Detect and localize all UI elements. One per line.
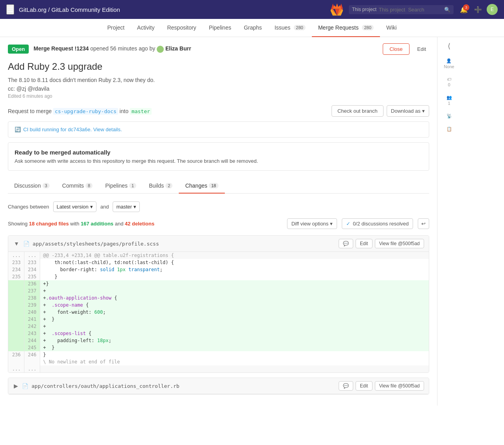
line-num-new: 239: [24, 302, 40, 309]
sidebar-copy[interactable]: 📋: [447, 127, 452, 132]
table-row: 236 +}: [8, 280, 429, 287]
hamburger-button[interactable]: ☰: [6, 4, 14, 15]
search-box[interactable]: This project 🔍: [349, 5, 454, 14]
labels-count: 0: [448, 82, 450, 87]
line-code: +: [40, 287, 429, 294]
view-file-button[interactable]: View file @500f5ad: [375, 239, 424, 248]
edit-file-button-2[interactable]: Edit: [356, 381, 372, 391]
close-button[interactable]: Close: [383, 43, 409, 55]
source-branch: cs-upgrade-ruby-docs: [53, 108, 118, 115]
ci-icon: 🔄: [15, 127, 21, 132]
participants-count: 1: [448, 101, 450, 106]
table-row: 245 + }: [8, 344, 429, 351]
tab-commits[interactable]: Commits 8: [56, 179, 99, 194]
line-num-old: [8, 337, 24, 344]
discussions-resolved-button[interactable]: ✓ 0/2 discussions resolved: [342, 218, 413, 229]
line-num-old: [8, 344, 24, 351]
table-row: 243 + .scopes-list {: [8, 330, 429, 337]
edit-file-button[interactable]: Edit: [356, 239, 372, 248]
filter-label: Changes between: [8, 204, 49, 210]
file-header-1: ▼ 📄 app/assets/stylesheets/pages/profile…: [8, 236, 429, 252]
nav-merge-requests[interactable]: Merge Requests 280: [312, 19, 380, 37]
line-num-old: [8, 358, 24, 365]
table-row: 239 + .scope-name {: [8, 302, 429, 309]
notifications-button[interactable]: 🔔 3: [458, 4, 469, 15]
line-num-old: ...: [8, 365, 24, 372]
nav-wiki[interactable]: Wiki: [380, 19, 403, 37]
tab-builds[interactable]: Builds 2: [143, 179, 179, 194]
sidebar-assignee[interactable]: 👤 None: [444, 58, 454, 69]
expand-button[interactable]: ↩: [418, 218, 429, 229]
version-label: Latest version: [57, 204, 89, 210]
tab-discussion[interactable]: Discussion 3: [8, 179, 56, 194]
tab-pipelines[interactable]: Pipelines 1: [99, 179, 143, 194]
table-row: 242 +: [8, 323, 429, 330]
nav-activity[interactable]: Activity: [131, 19, 161, 37]
collapse-file-button-2[interactable]: ▶: [13, 382, 19, 390]
nav-graphs[interactable]: Graphs: [237, 19, 268, 37]
line-num-old: [8, 316, 24, 323]
line-num-new: 238: [24, 294, 40, 302]
sidebar-labels[interactable]: 🏷 0: [447, 77, 451, 87]
line-num-old: [8, 302, 24, 309]
line-code: + font-weight: 600;: [40, 309, 429, 316]
collapse-file-button[interactable]: ▼: [13, 240, 20, 248]
nav-issues[interactable]: Issues 280: [268, 19, 312, 37]
line-code: + }: [40, 344, 429, 351]
nav-project[interactable]: Project: [101, 19, 131, 37]
table-row: ... ... @@ -233,4 +233,14 @@ table.u2f-r…: [8, 252, 429, 259]
mr-author: Eliza Burr: [157, 45, 191, 52]
stats-line: Showing 18 changed files with 167 additi…: [8, 218, 429, 229]
file-path-2: 📄 app/controllers/oauth/applications_con…: [22, 383, 335, 389]
avatar[interactable]: E: [487, 4, 498, 15]
comment-file-button-2[interactable]: 💬: [339, 381, 353, 391]
line-code: [40, 365, 429, 372]
sidebar-collapse[interactable]: ⟨: [448, 42, 450, 50]
table-row: 233 233 th:not(:last-child), td:not(:las…: [8, 259, 429, 266]
mr-main-title: Add Ruby 2.3 upgrade: [8, 61, 429, 72]
line-num-old: ...: [8, 252, 24, 259]
target-branch: master: [130, 108, 152, 115]
and-label: and: [100, 204, 109, 210]
chevron-down-icon: ▾: [133, 204, 136, 210]
diff-options-label: Diff view options: [291, 221, 328, 227]
line-code: }: [40, 273, 429, 280]
line-num-new: 246: [24, 351, 40, 358]
file-icon: 📄: [23, 241, 30, 247]
check-circle-icon: ✓: [346, 221, 350, 227]
sidebar-participants[interactable]: 👥 1: [447, 95, 452, 106]
line-num-new: 237: [24, 287, 40, 294]
version-select[interactable]: Latest version ▾: [53, 201, 96, 212]
line-num-old: [8, 330, 24, 337]
main-container: Open Merge Request !1234 Merge Request !…: [0, 37, 504, 406]
download-label: Download as: [391, 108, 421, 114]
stats-text: Showing 18 changed files with 167 additi…: [8, 221, 282, 227]
comment-file-button[interactable]: 💬: [339, 239, 353, 248]
download-button[interactable]: Download as ▾: [387, 105, 429, 117]
target-select[interactable]: master ▾: [113, 201, 140, 212]
nav-pipelines[interactable]: Pipelines: [202, 19, 237, 37]
line-num-old: 233: [8, 259, 24, 266]
line-code: @@ -233,4 +233,14 @@ table.u2f-registrat…: [40, 252, 429, 259]
line-num-old: [8, 287, 24, 294]
line-num-new: 234: [24, 266, 40, 273]
ci-line: 🔄 CI build running for dc743a6e. View de…: [15, 127, 422, 132]
tab-changes[interactable]: Changes 18: [179, 179, 224, 194]
checkout-branch-button[interactable]: Check out branch: [332, 105, 384, 117]
file-header-2: ▶ 📄 app/controllers/oauth/applications_c…: [8, 378, 429, 394]
search-input[interactable]: [379, 7, 442, 13]
table-row: \ No newline at end of file: [8, 358, 429, 365]
line-num-new: ...: [24, 252, 40, 259]
plus-button[interactable]: ➕: [472, 4, 484, 15]
diff-view-options-button[interactable]: Diff view options ▾: [287, 218, 337, 229]
nav-repository[interactable]: Respository: [161, 19, 202, 37]
gitlab-logo: [330, 2, 344, 17]
mr-title-line: Merge Request !1234 Merge Request !1234 …: [33, 45, 378, 52]
view-file-button-2[interactable]: View file @500f5ad: [375, 381, 424, 391]
line-num-old: [8, 309, 24, 316]
search-icon: 🔍: [444, 7, 450, 13]
sidebar-subscribe[interactable]: 📡: [447, 114, 452, 119]
table-row: 236 246 }: [8, 351, 429, 358]
mr-header: Open Merge Request !1234 Merge Request !…: [8, 43, 429, 55]
edit-button[interactable]: Edit: [414, 44, 429, 54]
